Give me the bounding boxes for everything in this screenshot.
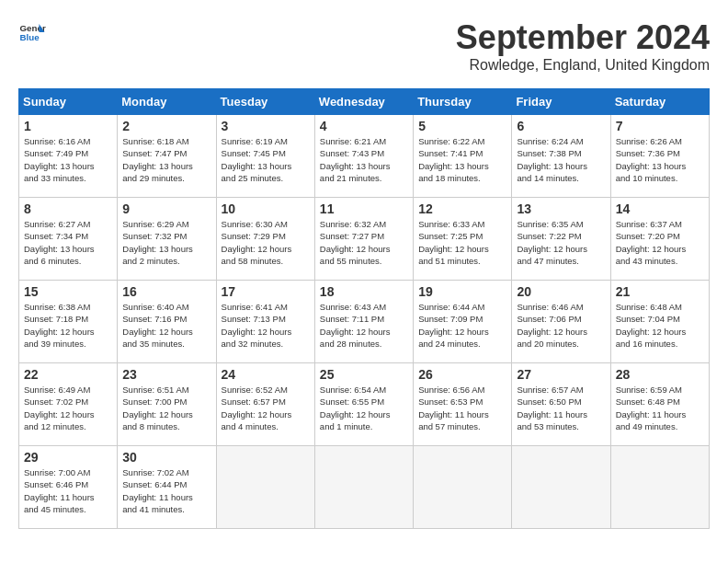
day-info: Sunrise: 6:30 AM Sunset: 7:29 PM Dayligh… [222, 218, 310, 267]
calendar-week-5: 29Sunrise: 7:00 AM Sunset: 6:46 PM Dayli… [19, 446, 710, 529]
calendar-cell [610, 446, 709, 529]
calendar-cell: 27Sunrise: 6:57 AM Sunset: 6:50 PM Dayli… [512, 363, 610, 446]
day-number: 11 [320, 201, 408, 216]
day-info: Sunrise: 6:35 AM Sunset: 7:22 PM Dayligh… [517, 218, 605, 267]
calendar-cell [216, 446, 314, 529]
calendar-cell: 13Sunrise: 6:35 AM Sunset: 7:22 PM Dayli… [512, 198, 610, 281]
calendar-cell: 4Sunrise: 6:21 AM Sunset: 7:43 PM Daylig… [314, 115, 413, 198]
day-number: 4 [320, 119, 408, 133]
calendar-cell: 1Sunrise: 6:16 AM Sunset: 7:49 PM Daylig… [19, 115, 118, 198]
title-area: September 2024 Rowledge, England, United… [456, 18, 710, 74]
calendar-cell: 18Sunrise: 6:43 AM Sunset: 7:11 PM Dayli… [314, 281, 413, 363]
day-number: 29 [24, 450, 112, 465]
day-info: Sunrise: 6:18 AM Sunset: 7:47 PM Dayligh… [122, 135, 210, 184]
day-info: Sunrise: 6:37 AM Sunset: 7:20 PM Dayligh… [616, 218, 704, 267]
day-number: 19 [418, 284, 506, 299]
day-number: 8 [24, 201, 112, 216]
calendar-cell: 22Sunrise: 6:49 AM Sunset: 7:02 PM Dayli… [19, 363, 118, 446]
calendar-cell: 14Sunrise: 6:37 AM Sunset: 7:20 PM Dayli… [610, 198, 709, 281]
day-number: 25 [320, 367, 408, 382]
calendar-cell: 2Sunrise: 6:18 AM Sunset: 7:47 PM Daylig… [118, 115, 216, 198]
day-info: Sunrise: 6:26 AM Sunset: 7:36 PM Dayligh… [616, 135, 704, 184]
day-number: 1 [24, 119, 112, 133]
calendar-cell [414, 446, 512, 529]
day-number: 21 [616, 284, 704, 299]
day-info: Sunrise: 6:43 AM Sunset: 7:11 PM Dayligh… [320, 301, 408, 350]
calendar-cell: 9Sunrise: 6:29 AM Sunset: 7:32 PM Daylig… [118, 198, 216, 281]
logo: General Blue [18, 18, 46, 46]
header: General Blue September 2024 Rowledge, En… [18, 18, 710, 74]
day-number: 6 [517, 119, 605, 133]
day-number: 23 [122, 367, 210, 382]
day-info: Sunrise: 6:22 AM Sunset: 7:41 PM Dayligh… [418, 135, 506, 184]
day-number: 16 [122, 284, 210, 299]
day-number: 28 [616, 367, 704, 382]
day-number: 7 [616, 119, 704, 133]
calendar-cell: 29Sunrise: 7:00 AM Sunset: 6:46 PM Dayli… [19, 446, 118, 529]
calendar-cell [512, 446, 610, 529]
calendar-week-3: 15Sunrise: 6:38 AM Sunset: 7:18 PM Dayli… [19, 281, 710, 363]
calendar-table: SundayMondayTuesdayWednesdayThursdayFrid… [18, 88, 710, 529]
calendar-cell: 3Sunrise: 6:19 AM Sunset: 7:45 PM Daylig… [216, 115, 314, 198]
month-title: September 2024 [456, 18, 710, 57]
day-number: 24 [222, 367, 310, 382]
day-number: 18 [320, 284, 408, 299]
calendar-cell [314, 446, 413, 529]
day-number: 30 [122, 450, 210, 465]
day-number: 9 [122, 201, 210, 216]
day-number: 17 [222, 284, 310, 299]
calendar-cell: 7Sunrise: 6:26 AM Sunset: 7:36 PM Daylig… [610, 115, 709, 198]
calendar-cell: 28Sunrise: 6:59 AM Sunset: 6:48 PM Dayli… [610, 363, 709, 446]
calendar-cell: 5Sunrise: 6:22 AM Sunset: 7:41 PM Daylig… [414, 115, 512, 198]
calendar-cell: 24Sunrise: 6:52 AM Sunset: 6:57 PM Dayli… [216, 363, 314, 446]
day-info: Sunrise: 6:41 AM Sunset: 7:13 PM Dayligh… [222, 301, 310, 350]
day-number: 3 [222, 119, 310, 133]
logo-icon: General Blue [18, 18, 46, 46]
day-info: Sunrise: 6:59 AM Sunset: 6:48 PM Dayligh… [616, 384, 704, 432]
day-info: Sunrise: 6:56 AM Sunset: 6:53 PM Dayligh… [418, 384, 506, 432]
day-info: Sunrise: 6:46 AM Sunset: 7:06 PM Dayligh… [517, 301, 605, 350]
day-info: Sunrise: 6:33 AM Sunset: 7:25 PM Dayligh… [418, 218, 506, 267]
calendar-cell: 30Sunrise: 7:02 AM Sunset: 6:44 PM Dayli… [118, 446, 216, 529]
day-number: 2 [122, 119, 210, 133]
day-number: 27 [517, 367, 605, 382]
weekday-header-monday: Monday [118, 89, 216, 115]
calendar-cell: 15Sunrise: 6:38 AM Sunset: 7:18 PM Dayli… [19, 281, 118, 363]
weekday-header-sunday: Sunday [19, 89, 118, 115]
day-info: Sunrise: 7:00 AM Sunset: 6:46 PM Dayligh… [24, 466, 112, 515]
day-info: Sunrise: 6:40 AM Sunset: 7:16 PM Dayligh… [122, 301, 210, 350]
day-info: Sunrise: 6:29 AM Sunset: 7:32 PM Dayligh… [122, 218, 210, 267]
weekday-header-tuesday: Tuesday [216, 89, 314, 115]
calendar-week-2: 8Sunrise: 6:27 AM Sunset: 7:34 PM Daylig… [19, 198, 710, 281]
day-info: Sunrise: 6:32 AM Sunset: 7:27 PM Dayligh… [320, 218, 408, 267]
calendar-cell: 16Sunrise: 6:40 AM Sunset: 7:16 PM Dayli… [118, 281, 216, 363]
calendar-cell: 20Sunrise: 6:46 AM Sunset: 7:06 PM Dayli… [512, 281, 610, 363]
day-info: Sunrise: 6:21 AM Sunset: 7:43 PM Dayligh… [320, 135, 408, 184]
calendar-cell: 23Sunrise: 6:51 AM Sunset: 7:00 PM Dayli… [118, 363, 216, 446]
calendar-cell: 26Sunrise: 6:56 AM Sunset: 6:53 PM Dayli… [414, 363, 512, 446]
day-info: Sunrise: 6:19 AM Sunset: 7:45 PM Dayligh… [222, 135, 310, 184]
calendar-cell: 21Sunrise: 6:48 AM Sunset: 7:04 PM Dayli… [610, 281, 709, 363]
day-info: Sunrise: 6:44 AM Sunset: 7:09 PM Dayligh… [418, 301, 506, 350]
calendar-cell: 25Sunrise: 6:54 AM Sunset: 6:55 PM Dayli… [314, 363, 413, 446]
calendar-cell: 10Sunrise: 6:30 AM Sunset: 7:29 PM Dayli… [216, 198, 314, 281]
day-info: Sunrise: 6:38 AM Sunset: 7:18 PM Dayligh… [24, 301, 112, 350]
calendar-week-1: 1Sunrise: 6:16 AM Sunset: 7:49 PM Daylig… [19, 115, 710, 198]
calendar-cell: 11Sunrise: 6:32 AM Sunset: 7:27 PM Dayli… [314, 198, 413, 281]
subtitle: Rowledge, England, United Kingdom [456, 57, 710, 74]
day-info: Sunrise: 6:52 AM Sunset: 6:57 PM Dayligh… [222, 384, 310, 432]
day-number: 10 [222, 201, 310, 216]
day-number: 5 [418, 119, 506, 133]
calendar-cell: 19Sunrise: 6:44 AM Sunset: 7:09 PM Dayli… [414, 281, 512, 363]
day-number: 15 [24, 284, 112, 299]
day-info: Sunrise: 6:24 AM Sunset: 7:38 PM Dayligh… [517, 135, 605, 184]
weekday-header-thursday: Thursday [414, 89, 512, 115]
calendar-cell: 17Sunrise: 6:41 AM Sunset: 7:13 PM Dayli… [216, 281, 314, 363]
weekday-header-friday: Friday [512, 89, 610, 115]
day-number: 20 [517, 284, 605, 299]
calendar-cell: 8Sunrise: 6:27 AM Sunset: 7:34 PM Daylig… [19, 198, 118, 281]
day-info: Sunrise: 6:27 AM Sunset: 7:34 PM Dayligh… [24, 218, 112, 267]
calendar-week-4: 22Sunrise: 6:49 AM Sunset: 7:02 PM Dayli… [19, 363, 710, 446]
day-info: Sunrise: 6:57 AM Sunset: 6:50 PM Dayligh… [517, 384, 605, 432]
weekday-header-row: SundayMondayTuesdayWednesdayThursdayFrid… [19, 89, 710, 115]
